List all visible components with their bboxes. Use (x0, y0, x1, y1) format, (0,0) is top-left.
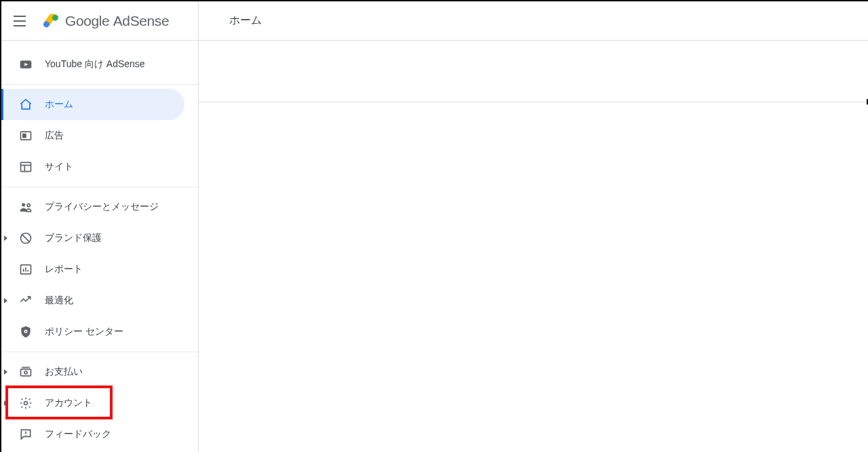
sidebar-item-label: 広告 (45, 130, 64, 142)
sidebar-item-reports[interactable]: レポート (1, 254, 184, 285)
gear-icon (18, 395, 34, 411)
sidebar-item-account[interactable]: アカウント (1, 388, 184, 419)
sidebar-item-label: お支払い (45, 366, 83, 378)
chevron-right-icon (4, 400, 7, 406)
adsense-logo[interactable]: Google AdSense (42, 12, 169, 30)
payments-icon (18, 364, 34, 380)
sidebar-item-ads[interactable]: 広告 (1, 120, 184, 151)
hamburger-menu-button[interactable] (14, 13, 30, 29)
header-left: Google AdSense (1, 1, 199, 40)
sidebar-item-brand[interactable]: ブランド保護 (1, 223, 184, 254)
sidebar-item-label: ホーム (45, 98, 73, 111)
privacy-icon (18, 199, 34, 215)
youtube-icon (18, 56, 34, 73)
adsense-logo-text: Google AdSense (65, 13, 169, 29)
sidebar-item-payments[interactable]: お支払い (1, 356, 184, 388)
sidebar-item-label: アカウント (45, 397, 92, 409)
content-divider (199, 102, 868, 102)
sidebar-item-sites[interactable]: サイト (1, 151, 184, 183)
svg-rect-2 (22, 134, 26, 138)
sites-icon (18, 159, 34, 175)
sidebar-item-label: レポート (45, 263, 83, 276)
sidebar-item-label: フィードバック (45, 428, 111, 440)
svg-point-15 (25, 331, 26, 332)
svg-point-19 (24, 402, 28, 405)
sidebar-item-optimize[interactable]: 最適化 (1, 285, 184, 316)
svg-line-9 (22, 235, 30, 242)
svg-rect-16 (21, 369, 31, 376)
svg-rect-3 (21, 162, 31, 171)
trend-icon (18, 293, 34, 309)
main-content (199, 41, 868, 452)
block-icon (18, 230, 34, 246)
sidebar-item-policy[interactable]: ポリシー センター (1, 316, 184, 347)
sidebar-item-feedback[interactable]: フィードバック (1, 419, 184, 450)
sidebar-item-label: サイト (45, 161, 73, 173)
page-title: ホーム (199, 14, 262, 28)
sidebar-item-label: プライバシーとメッセージ (45, 201, 159, 213)
sidebar-item-privacy[interactable]: プライバシーとメッセージ (1, 191, 184, 223)
sidebar-item-label: ブランド保護 (45, 232, 102, 244)
sidebar-item-home[interactable]: ホーム (1, 89, 184, 120)
sidebar-item-youtube[interactable]: YouTube 向け AdSense (1, 49, 184, 80)
svg-point-7 (27, 204, 30, 206)
adsense-logo-icon (42, 12, 60, 30)
home-icon (18, 96, 34, 113)
chevron-right-icon (4, 369, 7, 375)
svg-point-17 (24, 371, 27, 374)
sidebar-item-label: YouTube 向け AdSense (45, 58, 145, 71)
chevron-right-icon (4, 236, 7, 241)
feedback-icon (18, 426, 34, 442)
reports-icon (18, 261, 34, 278)
shield-icon (18, 324, 34, 340)
sidebar-item-label: ポリシー センター (45, 326, 123, 338)
svg-point-6 (22, 203, 25, 206)
ads-icon (18, 128, 34, 144)
chevron-right-icon (4, 298, 7, 303)
sidebar-item-label: 最適化 (45, 295, 73, 307)
app-header: Google AdSense ホーム (1, 1, 868, 41)
sidebar-nav: YouTube 向け AdSenseホーム広告サイトプライバシーとメッセージブラ… (1, 41, 199, 452)
svg-point-21 (25, 435, 26, 436)
